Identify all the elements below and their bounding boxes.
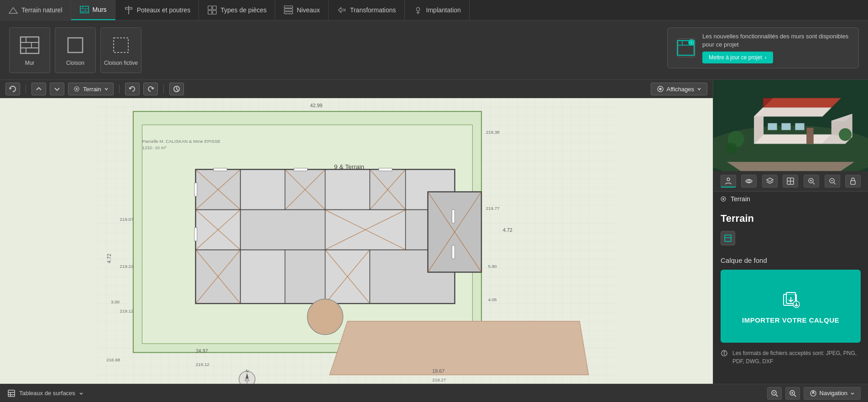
panel-icon-grid[interactable] <box>783 175 798 188</box>
nav-item-niveaux[interactable]: Niveaux <box>275 0 329 20</box>
canvas-toolbar: Terrain <box>0 80 713 98</box>
affichages-button[interactable]: Affichages <box>651 83 707 95</box>
svg-line-140 <box>813 183 815 184</box>
panel-title: Terrain <box>721 213 861 224</box>
panel-icon-person[interactable] <box>721 175 736 188</box>
redo-button[interactable] <box>143 83 158 95</box>
tool-cloison[interactable]: Cloison <box>55 27 96 73</box>
svg-text:N: N <box>246 369 248 373</box>
calque-label: Calque de fond <box>721 256 861 264</box>
svg-rect-126 <box>806 128 813 144</box>
svg-point-134 <box>748 180 750 183</box>
reload-button[interactable] <box>169 83 184 95</box>
svg-text:219.12: 219.12 <box>196 362 209 367</box>
import-calque-button[interactable]: IMPORTER VOTRE CALQUE <box>721 270 861 343</box>
terrain-dropdown-icon <box>104 87 109 91</box>
svg-text:4.72: 4.72 <box>503 227 512 233</box>
nav-item-implantation[interactable]: Implantation <box>405 0 470 20</box>
level-down-button[interactable] <box>50 83 64 95</box>
svg-marker-0 <box>9 8 17 14</box>
navigation-label: Navigation <box>820 390 847 397</box>
svg-rect-146 <box>851 181 855 184</box>
svg-text:219.22: 219.22 <box>120 264 134 269</box>
nav-label-poteaux: Poteaux et poutres <box>137 6 191 14</box>
svg-text:1232- 10 m²: 1232- 10 m² <box>142 145 167 150</box>
redo-icon <box>147 85 154 93</box>
nav-item-terrain-naturel[interactable]: Terrain naturel <box>0 0 71 20</box>
tableaux-surfaces-button[interactable]: Tableaux de surfaces <box>7 389 84 397</box>
grid-icon <box>786 177 795 185</box>
svg-marker-117 <box>727 162 854 171</box>
cloison-fictive-tool-label: Cloison fictive <box>104 60 138 66</box>
svg-rect-85 <box>214 168 227 171</box>
svg-rect-124 <box>782 123 791 130</box>
svg-rect-159 <box>8 390 15 397</box>
nav-item-poteaux[interactable]: Poteaux et poutres <box>115 0 199 20</box>
svg-marker-135 <box>767 178 773 182</box>
svg-line-167 <box>794 395 796 397</box>
svg-point-132 <box>726 143 737 154</box>
svg-text:3.00: 3.00 <box>111 299 120 304</box>
svg-text:216.98: 216.98 <box>106 357 120 362</box>
info-icon <box>721 350 728 357</box>
terrain-select[interactable]: Terrain <box>68 83 114 95</box>
tableaux-icon <box>7 389 16 397</box>
cloison-tool-label: Cloison <box>66 60 84 66</box>
calque-icon-button[interactable] <box>721 231 735 245</box>
svg-rect-87 <box>379 168 392 171</box>
nav-item-transformations[interactable]: Transformations <box>329 0 405 20</box>
nav-item-types-pieces[interactable]: Types de pièces <box>199 0 275 20</box>
panel-icon-zoom-in[interactable] <box>804 175 819 188</box>
terrain-select-icon <box>73 85 80 93</box>
zoom-out-bottom-button[interactable] <box>767 387 782 400</box>
panel-icon-layers[interactable] <box>762 175 778 188</box>
terrain-select-label: Terrain <box>83 86 101 93</box>
panel-tab-row: Terrain <box>713 192 868 206</box>
panel-icon-eye[interactable] <box>741 175 757 188</box>
bottom-bar: Tableaux de surfaces Na <box>0 384 868 402</box>
panel-icon-zoom-out[interactable] <box>825 175 840 188</box>
svg-text:19.67: 19.67 <box>432 368 444 374</box>
svg-rect-14 <box>284 12 293 14</box>
preview-3d <box>713 80 868 171</box>
calque-info: Les formats de fichiers acceptés sont: J… <box>721 349 861 365</box>
zoom-in-bottom-button[interactable] <box>785 387 800 400</box>
zoom-in-icon <box>807 177 816 185</box>
svg-rect-63 <box>241 251 285 303</box>
notification-banner: ↑ Les nouvelles fonctionnalités des murs… <box>667 27 859 68</box>
notif-text: Les nouvelles fonctionnalités des murs s… <box>702 32 850 49</box>
refresh-button[interactable] <box>5 83 20 95</box>
right-panel: Terrain Terrain Calque de fond <box>713 80 868 384</box>
navigation-dropdown[interactable]: Navigation <box>804 387 861 400</box>
affichages-dropdown-icon <box>697 87 701 91</box>
zoom-out-bottom-icon <box>771 390 778 397</box>
svg-rect-55 <box>326 170 370 209</box>
canvas-container[interactable]: Terrain <box>0 80 713 384</box>
undo-icon <box>129 85 136 93</box>
floor-plan[interactable]: 42.99 4.72 4.72 24.97 19.67 219.07 219.2… <box>0 98 713 384</box>
nav-label-types-pieces: Types de pièces <box>220 6 267 14</box>
undo-button[interactable] <box>125 83 140 95</box>
svg-rect-11 <box>213 6 216 10</box>
nav-item-murs[interactable]: Murs <box>71 0 115 20</box>
chevron-down-icon <box>54 86 60 92</box>
svg-rect-25 <box>114 38 128 52</box>
types-pieces-icon <box>207 5 217 15</box>
panel-icon-lock[interactable] <box>845 175 861 188</box>
mur-tool-label: Mur <box>25 60 35 66</box>
transformations-icon <box>337 5 347 15</box>
svg-text:219.77: 219.77 <box>486 206 500 211</box>
tool-mur[interactable]: Mur <box>9 27 50 73</box>
level-up-button[interactable] <box>31 83 46 95</box>
svg-rect-12 <box>208 10 212 14</box>
terrain-tab-label: Terrain <box>731 195 750 203</box>
svg-rect-13 <box>213 10 216 14</box>
svg-text:↑: ↑ <box>690 40 693 45</box>
svg-rect-18 <box>21 37 39 53</box>
main-area: Terrain <box>0 80 868 384</box>
divider <box>26 84 26 94</box>
lock-icon <box>849 177 857 185</box>
tool-cloison-fictive[interactable]: Cloison fictive <box>100 27 141 73</box>
update-project-button[interactable]: Mettre à jour ce projet › <box>702 52 773 63</box>
divider3 <box>163 84 164 94</box>
